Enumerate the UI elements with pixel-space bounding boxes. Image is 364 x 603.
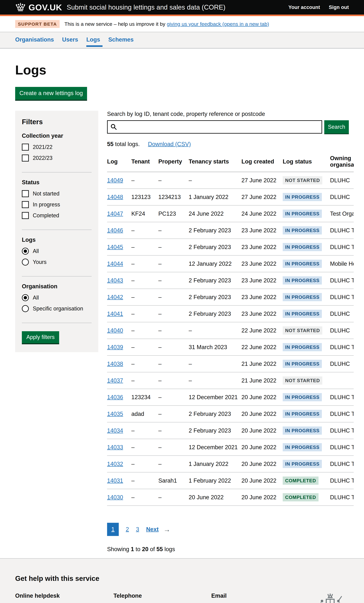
phase-banner: SUPPORT BETA This is a new service – hel…	[0, 16, 364, 32]
status-badge: COMPLETED	[283, 493, 318, 501]
log-id-link[interactable]: 14030	[107, 494, 123, 500]
log-id-link[interactable]: 14043	[107, 277, 123, 284]
download-csv-link[interactable]: Download (CSV)	[148, 141, 191, 147]
search-button[interactable]: Search	[324, 120, 349, 134]
showing-t1: Showing	[107, 546, 131, 552]
log-created-cell: 20 June 2022	[241, 406, 283, 422]
log-id-link[interactable]: 14040	[107, 327, 123, 334]
your-account-link[interactable]: Your account	[288, 4, 320, 10]
radio-label[interactable]: All	[33, 294, 39, 301]
primary-nav: OrganisationsUsersLogsSchemes	[0, 32, 364, 48]
log-id-link[interactable]: 14048	[107, 194, 123, 200]
status-badge: IN PROGRESS	[283, 360, 322, 368]
owning-org-cell: DLUHC Tes	[330, 222, 354, 239]
sign-out-link[interactable]: Sign out	[329, 4, 349, 10]
nav-item[interactable]: Logs	[86, 36, 100, 48]
pagination-current-page[interactable]: 1	[107, 523, 119, 536]
log-id-link[interactable]: 14045	[107, 244, 123, 250]
log-id-link[interactable]: 14036	[107, 394, 123, 400]
log-id-link[interactable]: 14046	[107, 227, 123, 233]
tenancy-starts-cell: –	[189, 356, 241, 372]
tenancy-starts-cell: 2 February 2023	[189, 222, 241, 239]
logs-legend: Logs	[22, 237, 92, 243]
checkbox[interactable]	[22, 190, 29, 197]
checkbox-label[interactable]: Completed	[33, 212, 59, 219]
log-id-link[interactable]: 14034	[107, 427, 123, 434]
log-id-link[interactable]: 14038	[107, 361, 123, 367]
footer: Get help with this service Online helpde…	[0, 558, 364, 603]
showing-from: 1	[131, 546, 134, 552]
checkbox-label[interactable]: 2021/22	[33, 144, 52, 150]
nav-item[interactable]: Users	[62, 36, 78, 48]
tenancy-starts-cell: 1 January 2022	[189, 189, 241, 205]
owning-org-cell: DLUHC Tes	[330, 239, 354, 255]
checkbox[interactable]	[22, 144, 29, 151]
log-id-link[interactable]: 14035	[107, 411, 123, 417]
log-id-link[interactable]: 14041	[107, 311, 123, 317]
log-id-link[interactable]: 14044	[107, 261, 123, 267]
radio-label[interactable]: All	[33, 248, 39, 254]
col-header-log-created: Log created	[241, 155, 283, 172]
radio[interactable]	[22, 259, 29, 266]
tenancy-starts-cell: 12 January 2022	[189, 255, 241, 272]
pagination-next-link[interactable]: Next	[146, 526, 158, 533]
property-cell: PC123	[158, 205, 189, 222]
log-id-link[interactable]: 14031	[107, 477, 123, 484]
tenant-cell: –	[131, 289, 158, 305]
property-cell: 1234213	[158, 189, 189, 205]
radio-label[interactable]: Yours	[33, 259, 47, 265]
checkbox[interactable]	[22, 212, 29, 219]
filter-divider	[22, 172, 92, 173]
radio-label[interactable]: Specific organisation	[33, 305, 83, 312]
property-cell: –	[158, 339, 189, 356]
pagination-page-link[interactable]: 2	[126, 526, 129, 533]
checkbox[interactable]	[22, 201, 29, 208]
log-id-link[interactable]: 14047	[107, 210, 123, 217]
search-input[interactable]	[107, 120, 322, 134]
log-id-link[interactable]: 14042	[107, 294, 123, 300]
tenancy-starts-cell: 2 February 2023	[189, 406, 241, 422]
create-lettings-log-button[interactable]: Create a new lettings log	[15, 87, 87, 100]
govuk-logo[interactable]: GOV.UK	[15, 2, 62, 12]
page: GOV.UK Submit social housing lettings an…	[0, 0, 364, 603]
property-cell: –	[158, 305, 189, 322]
log-id-link[interactable]: 14037	[107, 377, 123, 384]
owning-org-cell	[330, 372, 354, 389]
checkbox-label[interactable]: Not started	[33, 190, 59, 197]
table-row: 14042 – – 2 February 2023 23 June 2022 I…	[107, 289, 354, 305]
owning-org-cell: DLUHC Tes	[330, 389, 354, 406]
checkbox-option: In progress	[22, 201, 92, 208]
pagination-page-link[interactable]: 3	[136, 526, 139, 533]
radio[interactable]	[22, 294, 29, 301]
tenant-cell: –	[131, 339, 158, 356]
log-id-link[interactable]: 14033	[107, 444, 123, 451]
col-header-tenant: Tenant	[131, 155, 158, 172]
collection-year-legend: Collection year	[22, 133, 92, 139]
table-row: 14034 – – 2 February 2023 20 June 2022 I…	[107, 422, 354, 439]
results-bar: 55 total logs. Download (CSV)	[107, 141, 349, 147]
radio[interactable]	[22, 248, 29, 255]
owning-org-cell: DLUHC	[330, 322, 354, 339]
table-row: 14039 – – 31 March 2023 22 June 2022 IN …	[107, 339, 354, 356]
owning-org-cell: DLUHC Tes	[330, 489, 354, 506]
service-name-link[interactable]: Submit social housing lettings and sales…	[67, 3, 225, 11]
tenant-cell: –	[131, 272, 158, 289]
status-badge: IN PROGRESS	[283, 243, 322, 251]
log-id-link[interactable]: 14049	[107, 177, 123, 184]
collection-year-filter: Collection year 2021/22 2022/23	[22, 133, 92, 165]
apply-filters-button[interactable]: Apply filters	[22, 331, 59, 343]
checkbox-label[interactable]: 2022/23	[33, 155, 52, 161]
table-row: 14030 – – 20 June 2022 20 June 2022 COMP…	[107, 489, 354, 506]
total-logs-suffix: total logs.	[113, 141, 140, 147]
nav-item[interactable]: Organisations	[15, 36, 54, 48]
property-cell: –	[158, 422, 189, 439]
log-id-link[interactable]: 14032	[107, 461, 123, 467]
tenant-cell: –	[131, 322, 158, 339]
nav-item[interactable]: Schemes	[108, 36, 134, 48]
log-id-link[interactable]: 14039	[107, 344, 123, 350]
feedback-link[interactable]: giving us your feedback (opens in a new …	[167, 21, 269, 27]
owning-org-cell: DLUHC	[330, 189, 354, 205]
checkbox[interactable]	[22, 154, 29, 162]
checkbox-label[interactable]: In progress	[33, 201, 60, 208]
radio[interactable]	[22, 305, 29, 312]
